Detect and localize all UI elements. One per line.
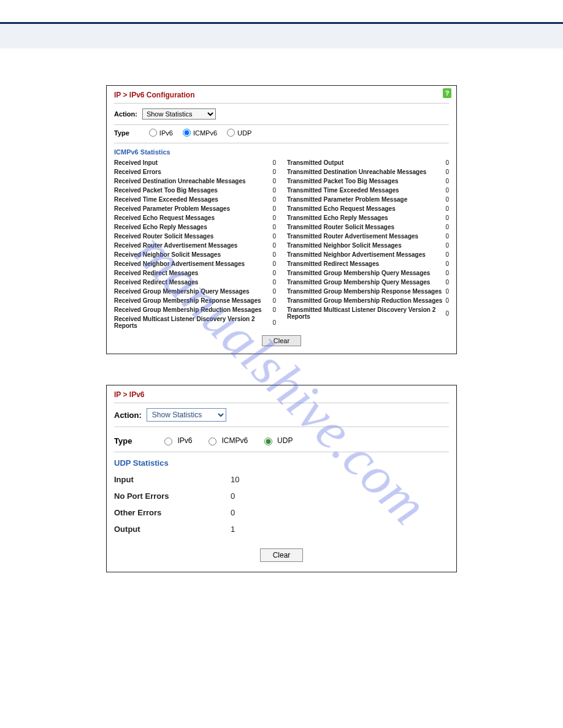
action-row: Action: Show Statistics <box>114 403 449 427</box>
stat-label: Received Echo Request Messages <box>114 214 215 221</box>
stat-row: Transmitted Router Advertisement Message… <box>287 232 449 241</box>
ipv6-panel: IP > IPv6 Action: Show Statistics Type I… <box>106 385 457 572</box>
action-row: Action: Show Statistics <box>114 104 449 125</box>
stat-label: Transmitted Neighbor Advertisement Messa… <box>287 251 426 258</box>
panel-title: IP > IPv6 Configuration ? <box>114 91 449 104</box>
stat-value: 0 <box>272 233 276 240</box>
type-radio-icmpv6[interactable]: ICMPv6 <box>205 436 248 446</box>
stat-row: Received Group Membership Reduction Mess… <box>114 305 276 314</box>
ipv6-configuration-panel: IP > IPv6 Configuration ? Action: Show S… <box>106 85 457 354</box>
stat-label: Received Errors <box>114 169 161 175</box>
stat-value: 0 <box>445 297 449 304</box>
stat-value: 0 <box>445 242 449 249</box>
type-label: Type <box>114 129 129 137</box>
action-select[interactable]: Show Statistics <box>142 108 216 119</box>
stat-value: 0 <box>445 233 449 240</box>
stat-row: Received Echo Reply Messages0 <box>114 222 276 232</box>
stat-label: Transmitted Router Solicit Messages <box>287 224 394 230</box>
type-radio-ipv6-label: IPv6 <box>159 129 173 137</box>
stat-label: Output <box>114 525 231 534</box>
clear-button[interactable]: Clear <box>262 335 301 346</box>
type-radio-ipv6[interactable]: IPv6 <box>161 436 192 446</box>
stat-row: Other Errors0 <box>114 504 449 521</box>
stat-label: Transmitted Router Advertisement Message… <box>287 233 418 240</box>
stat-value: 0 <box>272 279 276 286</box>
stat-value: 0 <box>445 178 449 184</box>
stat-row: Transmitted Redirect Messages0 <box>287 259 449 268</box>
stat-row: Received Errors0 <box>114 167 276 176</box>
stat-label: Transmitted Group Membership Query Messa… <box>287 270 430 276</box>
stat-row: Transmitted Parameter Problem Message0 <box>287 195 449 204</box>
stat-value: 0 <box>272 297 276 304</box>
stat-label: Received Router Advertisement Messages <box>114 242 237 249</box>
stat-row: Received Parameter Problem Messages0 <box>114 204 276 213</box>
type-radio-udp-input[interactable] <box>264 438 272 446</box>
stat-row: Received Packet Too Big Messages0 <box>114 186 276 195</box>
stat-row: Received Destination Unreachable Message… <box>114 176 276 186</box>
clear-button[interactable]: Clear <box>260 548 304 562</box>
stat-value: 0 <box>445 310 449 317</box>
stat-value: 0 <box>272 260 276 267</box>
stat-value: 0 <box>272 187 276 194</box>
stat-row: Transmitted Echo Reply Messages0 <box>287 213 449 222</box>
stat-label: Received Group Membership Response Messa… <box>114 297 261 304</box>
stat-label: Received Router Solicit Messages <box>114 233 213 240</box>
help-icon[interactable]: ? <box>443 88 451 98</box>
udp-stats-list: Input10No Port Errors0Other Errors0Outpu… <box>114 471 449 537</box>
panel-title-text: IP > IPv6 Configuration <box>114 91 194 99</box>
stat-label: Received Multicast Listener Discovery Ve… <box>114 316 272 329</box>
stat-row: Transmitted Group Membership Reduction M… <box>287 296 449 305</box>
stat-label: Received Packet Too Big Messages <box>114 187 218 194</box>
stat-value: 0 <box>272 214 276 221</box>
type-radio-udp-input[interactable] <box>227 129 235 137</box>
type-radio-ipv6-input[interactable] <box>149 129 157 137</box>
stat-label: Transmitted Packet Too Big Messages <box>287 178 399 184</box>
stat-value: 10 <box>231 475 249 484</box>
type-radio-udp[interactable]: UDP <box>227 129 251 137</box>
stat-label: Received Group Membership Reduction Mess… <box>114 306 262 313</box>
stat-value: 0 <box>272 205 276 212</box>
type-radio-udp[interactable]: UDP <box>261 436 293 446</box>
stat-row: Transmitted Neighbor Advertisement Messa… <box>287 250 449 259</box>
stat-row: Transmitted Group Membership Response Me… <box>287 287 449 296</box>
stat-value: 0 <box>272 306 276 313</box>
stat-label: Received Time Exceeded Messages <box>114 196 218 203</box>
stat-row: Transmitted Time Exceeded Messages0 <box>287 186 449 195</box>
stat-value: 0 <box>272 251 276 258</box>
stat-label: Other Errors <box>114 508 231 517</box>
stat-row: Received Router Advertisement Messages0 <box>114 241 276 250</box>
type-radio-group: Type IPv6 ICMPv6 UDP <box>114 427 449 452</box>
stat-label: Transmitted Redirect Messages <box>287 260 379 267</box>
type-radio-icmpv6-input[interactable] <box>183 129 191 137</box>
type-radio-icmpv6[interactable]: ICMPv6 <box>183 129 217 137</box>
stat-label: Transmitted Parameter Problem Message <box>287 196 407 203</box>
type-label: Type <box>114 436 132 446</box>
stat-value: 0 <box>445 159 449 166</box>
type-radio-ipv6[interactable]: IPv6 <box>149 129 173 137</box>
stat-row: Transmitted Multicast Listener Discovery… <box>287 305 449 321</box>
stat-row: Transmitted Packet Too Big Messages0 <box>287 176 449 186</box>
type-radio-icmpv6-input[interactable] <box>209 438 216 446</box>
stat-value: 0 <box>272 178 276 184</box>
stat-value: 0 <box>445 288 449 295</box>
stat-label: Received Neighbor Solicit Messages <box>114 251 221 258</box>
stat-value: 0 <box>272 224 276 230</box>
stat-label: Received Group Membership Query Messages <box>114 288 250 295</box>
stat-value: 0 <box>272 159 276 166</box>
stat-label: Transmitted Destination Unreachable Mess… <box>287 169 426 175</box>
stat-row: Received Redirect Messages0 <box>114 278 276 287</box>
stat-row: Transmitted Echo Request Messages0 <box>287 204 449 213</box>
type-radio-udp-label: UDP <box>277 436 293 445</box>
type-radio-ipv6-input[interactable] <box>164 438 172 446</box>
stat-value: 0 <box>272 196 276 203</box>
stat-label: Received Echo Reply Messages <box>114 224 207 230</box>
stat-value: 0 <box>272 319 276 326</box>
stat-value: 0 <box>445 270 449 276</box>
action-select[interactable]: Show Statistics <box>147 408 226 422</box>
stat-label: Received Parameter Problem Messages <box>114 205 230 212</box>
stat-value: 0 <box>445 169 449 175</box>
stat-label: Received Input <box>114 159 158 166</box>
panel-title: IP > IPv6 <box>114 390 449 403</box>
icmpv6-statistics-heading: ICMPv6 Statistics <box>114 143 449 158</box>
stat-label: Received Redirect Messages <box>114 279 198 286</box>
